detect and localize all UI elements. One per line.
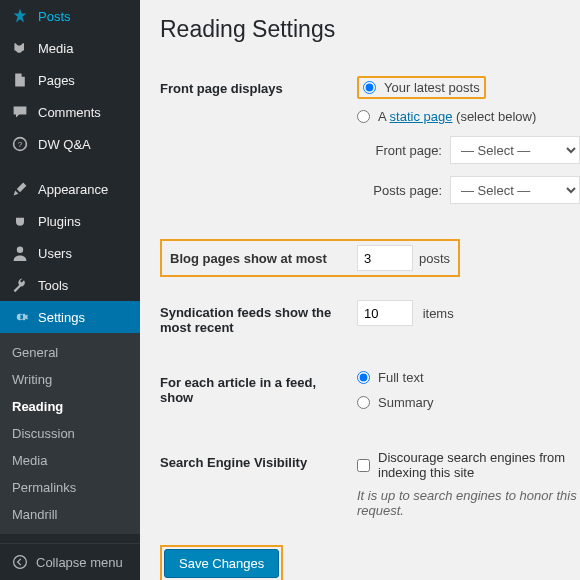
posts-page-select[interactable]: — Select — [450,176,580,204]
front-page-label: Front page displays [160,61,357,231]
sev-description: It is up to search engines to honor this… [357,488,580,518]
blog-pages-input[interactable] [357,245,413,271]
settings-submenu: General Writing Reading Discussion Media… [0,333,140,534]
plug-icon [10,213,30,229]
settings-form: Front page displays Your latest posts A … [160,61,580,533]
admin-sidebar: Posts Media Pages Comments ?DW Q&A Appea… [0,0,140,580]
save-button[interactable]: Save Changes [164,549,279,578]
front-page-select-label: Front page: [357,143,442,158]
sev-checkbox[interactable] [357,459,370,472]
feed-label: For each article in a feed, show [160,355,357,435]
user-icon [10,245,30,261]
sidebar-item-appearance[interactable]: Appearance [0,173,140,205]
sidebar-item-comments[interactable]: Comments [0,96,140,128]
syndication-label: Syndication feeds show the most recent [160,285,357,355]
gear-icon [10,309,30,325]
sidebar-item-users[interactable]: Users [0,237,140,269]
main-content: Reading Settings Front page displays You… [140,0,580,580]
submenu-permalinks[interactable]: Permalinks [0,474,140,501]
sidebar-item-tools[interactable]: Tools [0,269,140,301]
radio-latest-posts[interactable] [363,81,376,94]
sidebar-item-label: Appearance [38,182,108,197]
sev-label: Search Engine Visibility [160,435,357,533]
radio-full-text[interactable] [357,371,370,384]
qa-icon: ? [10,136,30,152]
sidebar-item-plugins[interactable]: Plugins [0,205,140,237]
syndication-unit: items [423,306,454,321]
collapse-icon [10,554,30,570]
sev-check-label: Discourage search engines from indexing … [378,450,580,480]
radio-static-page[interactable] [357,110,370,123]
front-page-select[interactable]: — Select — [450,136,580,164]
syndication-input[interactable] [357,300,413,326]
collapse-menu[interactable]: Collapse menu [0,543,140,580]
static-page-link[interactable]: static page [390,109,453,124]
submenu-writing[interactable]: Writing [0,366,140,393]
submenu-discussion[interactable]: Discussion [0,420,140,447]
sidebar-item-settings[interactable]: Settings [0,301,140,333]
sidebar-item-dwqa[interactable]: ?DW Q&A [0,128,140,160]
radio-summary-label: Summary [378,395,434,410]
sidebar-item-label: Users [38,246,72,261]
blog-pages-unit: posts [419,251,450,266]
submenu-general[interactable]: General [0,339,140,366]
page-icon [10,72,30,88]
submenu-media[interactable]: Media [0,447,140,474]
sidebar-item-label: Pages [38,73,75,88]
sidebar-item-label: Media [38,41,73,56]
collapse-label: Collapse menu [36,555,123,570]
sidebar-item-media[interactable]: Media [0,32,140,64]
submenu-mandrill[interactable]: Mandrill [0,501,140,528]
svg-text:?: ? [18,140,23,149]
sidebar-item-label: Comments [38,105,101,120]
sidebar-item-label: Plugins [38,214,81,229]
submenu-reading[interactable]: Reading [0,393,140,420]
page-title: Reading Settings [160,16,580,43]
pin-icon [10,8,30,24]
radio-summary[interactable] [357,396,370,409]
posts-page-select-label: Posts page: [357,183,442,198]
comment-icon [10,104,30,120]
sidebar-item-pages[interactable]: Pages [0,64,140,96]
svg-point-3 [14,556,27,569]
sidebar-item-posts[interactable]: Posts [0,0,140,32]
media-icon [10,40,30,56]
blog-pages-label: Blog pages show at most [170,251,357,266]
sidebar-item-label: DW Q&A [38,137,91,152]
brush-icon [10,181,30,197]
sidebar-item-label: Posts [38,9,71,24]
tool-icon [10,277,30,293]
sidebar-item-label: Tools [38,278,68,293]
radio-static-label: A static page (select below) [378,109,536,124]
radio-latest-label: Your latest posts [384,80,480,95]
radio-full-label: Full text [378,370,424,385]
sidebar-item-label: Settings [38,310,85,325]
svg-point-2 [17,247,23,253]
